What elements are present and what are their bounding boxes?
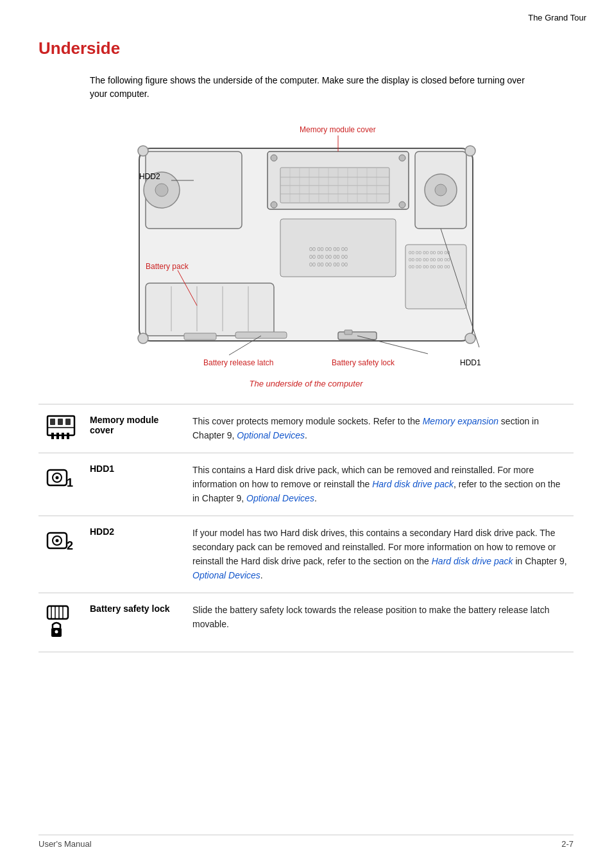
feature-name-hdd1: HDD1 [83, 453, 186, 516]
hdd2-icon: 2 [45, 526, 77, 559]
svg-rect-62 [62, 433, 64, 439]
icon-cell-memory [38, 404, 83, 453]
svg-rect-1 [146, 283, 274, 336]
page-title: Underside [38, 39, 574, 58]
svg-point-74 [56, 539, 59, 542]
svg-text:Battery safety lock: Battery safety lock [332, 358, 395, 367]
footer-left: User's Manual [38, 839, 92, 849]
features-table: Memory module cover This cover protects … [38, 404, 574, 652]
feature-desc-battery-lock: Slide the battery safety lock towards th… [186, 593, 574, 652]
memory-module-icon [46, 415, 76, 440]
svg-point-31 [435, 184, 446, 196]
svg-point-82 [55, 630, 58, 634]
svg-text:HDD2: HDD2 [139, 172, 160, 181]
svg-text:00 00 00 00 00 00: 00 00 00 00 00 00 [409, 257, 450, 263]
svg-point-11 [399, 202, 405, 208]
svg-point-35 [465, 333, 475, 343]
svg-text:2: 2 [67, 539, 73, 552]
svg-rect-61 [56, 433, 59, 439]
hdd-pack-link-1[interactable]: Hard disk drive pack [372, 479, 454, 489]
svg-rect-44 [235, 332, 287, 338]
hdd-pack-link-2[interactable]: Hard disk drive pack [432, 556, 513, 566]
diagram-caption: The underside of the computer [81, 379, 531, 388]
feature-desc-hdd1: This contains a Hard disk drive pack, wh… [186, 453, 574, 516]
footer-right: 2-7 [561, 839, 574, 849]
svg-text:Battery release latch: Battery release latch [203, 358, 273, 367]
svg-text:HDD1: HDD1 [460, 358, 481, 367]
svg-rect-65 [50, 419, 55, 425]
icon-cell-battery-lock [38, 593, 83, 652]
svg-text:00 00 00 00 00: 00 00 00 00 00 [309, 254, 348, 260]
svg-rect-12 [280, 168, 389, 203]
feature-desc-memory: This cover protects memory module socket… [186, 404, 574, 453]
svg-point-10 [271, 202, 277, 208]
header-title: The Grand Tour [528, 13, 586, 22]
svg-text:00 00 00 00 00: 00 00 00 00 00 [309, 246, 348, 252]
svg-text:00 00 00 00 00: 00 00 00 00 00 [309, 261, 348, 268]
feature-name-memory: Memory module cover [83, 404, 186, 453]
svg-point-9 [399, 155, 405, 161]
page-footer: User's Manual 2-7 [38, 835, 574, 849]
svg-rect-76 [47, 606, 68, 619]
svg-text:Battery pack: Battery pack [146, 262, 189, 271]
feature-name-battery-lock: Battery safety lock [83, 593, 186, 652]
svg-rect-46 [344, 330, 352, 334]
svg-rect-60 [51, 433, 54, 439]
battery-safety-lock-icon [45, 603, 77, 639]
hdd1-icon: 1 [45, 464, 77, 496]
svg-text:1: 1 [67, 476, 73, 489]
intro-text: The following figure shows the underside… [90, 74, 526, 101]
svg-text:00 00 00 00 00 00: 00 00 00 00 00 00 [409, 264, 450, 270]
svg-point-33 [465, 146, 475, 156]
optional-devices-link-3[interactable]: Optional Devices [192, 570, 260, 580]
svg-point-34 [138, 333, 148, 343]
svg-text:00 00 00 00 00 00: 00 00 00 00 00 00 [409, 250, 450, 256]
table-row: Battery safety lock Slide the battery sa… [38, 593, 574, 652]
table-row: 2 HDD2 If your model has two Hard disk d… [38, 516, 574, 593]
svg-rect-67 [65, 419, 71, 425]
icon-cell-hdd2: 2 [38, 516, 83, 593]
svg-point-8 [271, 155, 277, 161]
optional-devices-link-1[interactable]: Optional Devices [237, 430, 305, 440]
feature-name-hdd2: HDD2 [83, 516, 186, 593]
feature-desc-hdd2: If your model has two Hard disk drives, … [186, 516, 574, 593]
diagram-container: 00 00 00 00 00 00 00 00 00 00 00 00 00 0… [81, 116, 531, 388]
svg-rect-63 [67, 433, 69, 439]
svg-text:Memory module cover: Memory module cover [300, 125, 376, 134]
underside-diagram: 00 00 00 00 00 00 00 00 00 00 00 00 00 0… [81, 116, 531, 373]
icon-cell-hdd1: 1 [38, 453, 83, 516]
svg-point-70 [56, 476, 59, 480]
svg-point-28 [155, 184, 168, 196]
table-row: Memory module cover This cover protects … [38, 404, 574, 453]
optional-devices-link-2[interactable]: Optional Devices [246, 493, 314, 503]
svg-rect-66 [58, 419, 63, 425]
svg-rect-6 [184, 333, 216, 340]
table-row: 1 HDD1 This contains a Hard disk drive p… [38, 453, 574, 516]
page-header: The Grand Tour [528, 13, 586, 22]
memory-expansion-link[interactable]: Memory expansion [423, 416, 498, 426]
svg-point-32 [138, 146, 148, 156]
